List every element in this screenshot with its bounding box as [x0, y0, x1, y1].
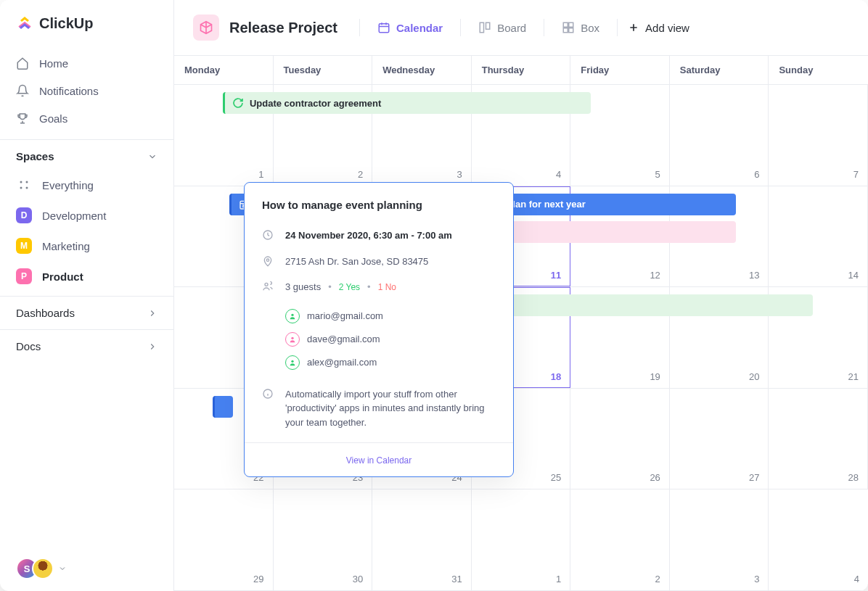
spaces-header-label: Spaces	[16, 150, 54, 162]
main-content: Release Project Calendar Board Box Add v…	[174, 0, 868, 591]
day-head-tue: Tuesday	[274, 56, 373, 84]
guest-email: dave@gmail.com	[307, 334, 380, 344]
nav-goals[interactable]: Goals	[0, 104, 173, 132]
event-contractor-label: Update contractor agreement	[250, 98, 381, 109]
nav-home[interactable]: Home	[0, 49, 173, 77]
space-everything[interactable]: Everything	[0, 170, 173, 200]
space-marketing[interactable]: M Marketing	[0, 231, 173, 261]
tab-box[interactable]: Box	[554, 17, 607, 38]
popover-datetime: 24 November 2020, 6:30 am - 7:00 am	[285, 228, 496, 243]
brand-logo[interactable]: ClickUp	[0, 0, 173, 49]
guest-row: alex@gmail.com	[285, 351, 496, 374]
home-icon	[16, 57, 29, 70]
calendar-cell[interactable]: 6	[670, 85, 769, 186]
popover-guest-count: 3 guests	[285, 280, 321, 294]
svg-point-18	[291, 313, 293, 315]
svg-rect-8	[569, 22, 573, 27]
nav-docs[interactable]: Docs	[0, 329, 173, 363]
nav-home-label: Home	[39, 57, 68, 70]
location-icon	[262, 255, 274, 267]
nav-notifications[interactable]: Notifications	[0, 77, 173, 104]
calendar-cell[interactable]: 4	[769, 489, 868, 590]
chevron-right-icon	[147, 342, 157, 352]
bell-icon	[16, 84, 29, 97]
guest-avatar-icon	[285, 355, 300, 370]
space-product[interactable]: P Product	[0, 261, 173, 292]
add-view-label: Add view	[645, 22, 689, 34]
chevron-down-icon	[147, 152, 157, 162]
svg-rect-9	[563, 28, 568, 33]
calendar-cell[interactable]: 14	[769, 186, 868, 287]
popover-description: Automatically import your stuff from oth…	[285, 387, 496, 430]
guest-avatar-icon	[285, 332, 300, 347]
calendar-cell[interactable]: 3	[670, 489, 769, 590]
day-head-sat: Saturday	[670, 56, 769, 84]
divider	[617, 19, 618, 36]
add-view-button[interactable]: Add view	[628, 22, 689, 34]
clock-icon	[262, 229, 274, 241]
svg-point-20	[291, 360, 293, 362]
nav-dashboards-label: Dashboards	[16, 307, 75, 319]
nav-docs-label: Docs	[16, 340, 41, 352]
calendar-cell[interactable]: 27	[670, 389, 769, 489]
svg-rect-10	[569, 28, 573, 33]
popover-guests-no: 1 No	[378, 281, 396, 294]
svg-point-16	[266, 259, 269, 261]
calendar-cell[interactable]: 1	[472, 489, 571, 590]
space-everything-label: Everything	[42, 179, 94, 191]
day-head-mon: Monday	[174, 56, 274, 84]
nav-goals-label: Goals	[39, 112, 67, 125]
event-blue-partial[interactable]	[213, 396, 234, 418]
spaces-header[interactable]: Spaces	[0, 139, 173, 170]
guest-email: alex@gmail.com	[307, 357, 377, 368]
sync-icon	[232, 97, 244, 109]
space-development[interactable]: D Development	[0, 200, 173, 231]
svg-rect-5	[480, 22, 483, 33]
calendar-cell[interactable]: 2	[570, 489, 670, 590]
svg-point-19	[291, 336, 293, 339]
calendar-cell[interactable]: 29	[174, 489, 274, 590]
tab-calendar[interactable]: Calendar	[370, 17, 450, 38]
space-marketing-label: Marketing	[42, 240, 90, 252]
space-product-label: Product	[42, 270, 83, 283]
calendar-icon	[377, 21, 390, 34]
calendar-cell[interactable]: 28	[769, 389, 868, 489]
view-in-calendar-link[interactable]: View in Calendar	[346, 455, 412, 466]
tab-calendar-label: Calendar	[396, 22, 443, 34]
guest-row: mario@gmail.com	[285, 305, 496, 328]
svg-point-0	[20, 181, 22, 183]
svg-rect-7	[563, 22, 568, 27]
event-next-year[interactable]: 31 Plan for next year	[480, 194, 737, 215]
svg-rect-4	[379, 24, 389, 33]
event-pink-bar[interactable]	[480, 221, 737, 243]
calendar-cell[interactable]: 31	[372, 489, 472, 590]
divider	[544, 19, 544, 36]
calendar-cell[interactable]: 26	[570, 389, 670, 489]
calendar-grid: Monday Tuesday Wednesday Thursday Friday…	[174, 56, 868, 591]
guest-row: dave@gmail.com	[285, 328, 496, 351]
popover-guests-yes: 2 Yes	[339, 281, 360, 294]
event-green-bar[interactable]	[480, 294, 813, 316]
event-contractor[interactable]: Update contractor agreement	[223, 92, 591, 114]
day-head-thu: Thursday	[472, 56, 571, 84]
popover-location: 2715 Ash Dr. San Jose, SD 83475	[285, 255, 496, 269]
chevron-down-icon	[58, 564, 67, 573]
calendar-cell[interactable]: 30	[274, 489, 373, 590]
project-icon[interactable]	[193, 15, 219, 41]
calendar-cell[interactable]: 7	[769, 85, 868, 186]
day-head-wed: Wednesday	[372, 56, 472, 84]
guest-avatar-icon	[285, 309, 300, 323]
user-avatars[interactable]: S	[0, 546, 173, 591]
cube-icon	[199, 20, 213, 35]
sidebar: ClickUp Home Notifications Goals Spaces …	[0, 0, 174, 591]
svg-point-2	[20, 187, 22, 189]
chevron-right-icon	[147, 308, 157, 318]
project-title: Release Project	[229, 20, 337, 36]
tab-board[interactable]: Board	[471, 17, 533, 38]
avatar-user-2	[32, 558, 54, 579]
nav-dashboards[interactable]: Dashboards	[0, 296, 173, 329]
day-head-fri: Friday	[570, 56, 670, 84]
popover-title: How to manage event planning	[245, 199, 513, 223]
tab-box-label: Box	[581, 22, 599, 34]
info-icon	[262, 388, 274, 400]
